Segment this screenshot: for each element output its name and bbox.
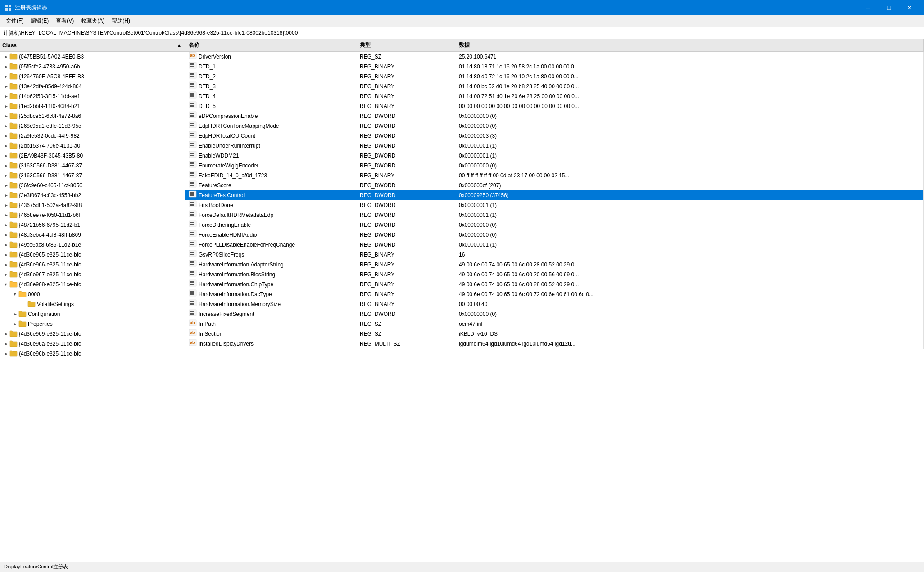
menu-help[interactable]: 帮助(H) xyxy=(108,16,134,26)
value-row[interactable]: ForceDitheringEnableREG_DWORD0x00000000 … xyxy=(185,220,924,230)
value-row[interactable]: EdpHDRTotalOUICountREG_DWORD0x00000003 (… xyxy=(185,131,924,141)
value-row[interactable]: HardwareInformation.DacTypeREG_BINARY49 … xyxy=(185,289,924,299)
tree-item[interactable]: ▶ {268c95a1-edfe-11d3-95c xyxy=(0,121,185,131)
tree-expand-icon[interactable]: ▶ xyxy=(2,151,9,161)
tree-item[interactable]: ▶ {4658ee7e-f050-11d1-b6l xyxy=(0,210,185,220)
tree-item[interactable]: ▶ {2db15374-706e-4131-a0 xyxy=(0,141,185,151)
tree-expand-icon[interactable]: ▶ xyxy=(2,250,9,260)
tree-item[interactable]: ▶ {14b62f50-3f15-11dd-ae1 xyxy=(0,91,185,101)
tree-expand-icon[interactable]: ▶ xyxy=(2,72,9,81)
value-row[interactable]: eDPCompressionEnableREG_DWORD0x00000000 … xyxy=(185,111,924,121)
tree-expand-icon[interactable]: ▶ xyxy=(2,190,9,200)
menu-favorites[interactable]: 收藏夹(A) xyxy=(77,16,108,26)
value-row[interactable]: DTD_3REG_BINARY01 1d 00 bc 52 d0 1e 20 b… xyxy=(185,81,924,91)
tree-item[interactable]: ▶ {48721b56-6795-11d2-b1 xyxy=(0,220,185,230)
tree-body[interactable]: ▶ {0475BB51-5A02-4EE0-B3▶ {05f5cfe2-4733… xyxy=(0,52,185,562)
tree-item[interactable]: ▶ {3163C566-D381-4467-87 xyxy=(0,171,185,180)
tree-expand-icon[interactable]: ▶ xyxy=(2,161,9,171)
menu-file[interactable]: 文件(F) xyxy=(2,16,27,26)
tree-expand-icon[interactable]: ▶ xyxy=(2,349,9,359)
menu-view[interactable]: 查看(V) xyxy=(52,16,77,26)
tree-expand-icon[interactable]: ▶ xyxy=(2,141,9,151)
value-row[interactable]: ab InstalledDisplayDriversREG_MULTI_SZig… xyxy=(185,339,924,349)
tree-item[interactable]: ▶ {1ed2bbf9-11f0-4084-b21 xyxy=(0,101,185,111)
tree-item[interactable]: ▶ {4d36e96a-e325-11ce-bfc xyxy=(0,339,185,349)
tree-item[interactable]: ▶ {4d36e965-e325-11ce-bfc xyxy=(0,250,185,260)
tree-expand-icon[interactable]: ▶ xyxy=(2,91,9,101)
maximize-button[interactable]: □ xyxy=(879,0,899,15)
tree-expand-icon[interactable]: ▶ xyxy=(2,131,9,141)
tree-expand-icon[interactable]: ▶ xyxy=(11,319,18,329)
value-row[interactable]: ForceEnableHDMIAudioREG_DWORD0x00000000 … xyxy=(185,230,924,240)
tree-item[interactable]: ▼ {4d36e968-e325-11ce-bfc xyxy=(0,279,185,289)
value-row[interactable]: FirstBootDoneREG_DWORD0x00000001 (1) xyxy=(185,200,924,210)
tree-expand-icon[interactable]: ▶ xyxy=(2,240,9,250)
close-button[interactable]: ✕ xyxy=(899,0,920,15)
tree-expand-icon[interactable]: ▶ xyxy=(2,200,9,210)
col-header-data[interactable]: 数据 xyxy=(455,39,924,51)
col-header-type[interactable]: 类型 xyxy=(356,39,455,51)
value-row[interactable]: FeatureTestControlREG_DWORD0x00009250 (3… xyxy=(185,190,924,200)
value-row[interactable]: HardwareInformation.BiosStringREG_BINARY… xyxy=(185,270,924,279)
tree-item[interactable]: ▶ {3e3f0674-c83c-4558-bb2 xyxy=(0,190,185,200)
tree-item[interactable]: ▶ {05f5cfe2-4733-4950-a6b xyxy=(0,62,185,72)
tree-item[interactable]: ▶ {43675d81-502a-4a82-9f8 xyxy=(0,200,185,210)
tree-item[interactable]: ▶ Configuration xyxy=(0,309,185,319)
value-row[interactable]: ab DriverVersionREG_SZ25.20.100.6471 xyxy=(185,52,924,62)
values-body[interactable]: ab DriverVersionREG_SZ25.20.100.6471 DTD… xyxy=(185,52,924,562)
tree-expand-icon[interactable]: ▶ xyxy=(2,81,9,91)
tree-expand-icon[interactable]: ▶ xyxy=(2,101,9,111)
tree-expand-icon[interactable]: ▶ xyxy=(2,260,9,270)
value-row[interactable]: ab InfSectionREG_SZiKBLD_w10_DS xyxy=(185,329,924,339)
tree-expand-icon[interactable]: ▶ xyxy=(2,171,9,180)
tree-sort-button[interactable]: ▲ xyxy=(176,42,183,49)
minimize-button[interactable]: ─ xyxy=(858,0,879,15)
tree-expand-icon[interactable]: ▶ xyxy=(11,309,18,319)
tree-expand-icon[interactable]: ▶ xyxy=(2,52,9,62)
value-row[interactable]: DTD_2REG_BINARY01 1d 80 d0 72 1c 16 20 1… xyxy=(185,72,924,81)
value-row[interactable]: HardwareInformation.MemorySizeREG_BINARY… xyxy=(185,299,924,309)
value-row[interactable]: EdpHDRTConToneMappingModeREG_DWORD0x0000… xyxy=(185,121,924,131)
tree-item[interactable]: ▶ {49ce6ac8-6f86-11d2-b1e xyxy=(0,240,185,250)
tree-item[interactable]: ▶ {2EA9B43F-3045-43B5-80 xyxy=(0,151,185,161)
tree-expand-icon[interactable]: ▶ xyxy=(2,339,9,349)
value-row[interactable]: FakeEDID_14_0_af0d_1723REG_BINARY00 ff f… xyxy=(185,171,924,180)
col-header-name[interactable]: 名称 xyxy=(185,39,356,51)
tree-item[interactable]: ▶ {25dbce51-6c8f-4a72-8a6 xyxy=(0,111,185,121)
value-row[interactable]: DTD_4REG_BINARY01 1d 00 72 51 d0 1e 20 6… xyxy=(185,91,924,101)
tree-item[interactable]: ▶ {4d36e969-e325-11ce-bfc xyxy=(0,329,185,339)
value-row[interactable]: EnableWDDM21REG_DWORD0x00000001 (1) xyxy=(185,151,924,161)
tree-item[interactable]: ▶ {4d36e96b-e325-11ce-bfc xyxy=(0,349,185,359)
tree-expand-icon[interactable]: ▶ xyxy=(2,210,9,220)
tree-expand-icon[interactable]: ▼ xyxy=(2,279,9,289)
tree-expand-icon[interactable] xyxy=(20,299,27,309)
tree-item[interactable]: ▶ {13e42dfa-85d9-424d-864 xyxy=(0,81,185,91)
tree-item[interactable]: ▶ {2a9fe532-0cdc-44f9-982 xyxy=(0,131,185,141)
value-row[interactable]: EnableUnderRunInterruptREG_DWORD0x000000… xyxy=(185,141,924,151)
tree-item[interactable]: ▶ {48d3ebc4-4cf8-48ff-b869 xyxy=(0,230,185,240)
tree-expand-icon[interactable]: ▶ xyxy=(2,329,9,339)
tree-item[interactable]: ▶ {4d36e967-e325-11ce-bfc xyxy=(0,270,185,279)
tree-item[interactable]: ▶ {36fc9e60-c465-11cf-8056 xyxy=(0,180,185,190)
tree-expand-icon[interactable]: ▼ xyxy=(11,289,18,299)
tree-expand-icon[interactable]: ▶ xyxy=(2,62,9,72)
tree-expand-icon[interactable]: ▶ xyxy=(2,111,9,121)
tree-item[interactable]: ▼ 0000 xyxy=(0,289,185,299)
value-row[interactable]: ab InfPathREG_SZoem47.inf xyxy=(185,319,924,329)
tree-item[interactable]: ▶ {0475BB51-5A02-4EE0-B3 xyxy=(0,52,185,62)
tree-expand-icon[interactable]: ▶ xyxy=(2,230,9,240)
value-row[interactable]: HardwareInformation.AdapterStringREG_BIN… xyxy=(185,260,924,270)
value-row[interactable]: FeatureScoreREG_DWORD0x000000cf (207) xyxy=(185,180,924,190)
value-row[interactable]: DTD_1REG_BINARY01 1d 80 18 71 1c 16 20 5… xyxy=(185,62,924,72)
tree-item[interactable]: ▶ {1264760F-A5C8-4BFE-B3 xyxy=(0,72,185,81)
tree-expand-icon[interactable]: ▶ xyxy=(2,270,9,279)
tree-expand-icon[interactable]: ▶ xyxy=(2,180,9,190)
value-row[interactable]: IncreaseFixedSegmentREG_DWORD0x00000000 … xyxy=(185,309,924,319)
value-row[interactable]: DTD_5REG_BINARY00 00 00 00 00 00 00 00 0… xyxy=(185,101,924,111)
tree-item[interactable]: ▶ {3163C566-D381-4467-87 xyxy=(0,161,185,171)
tree-item[interactable]: VolatileSettings xyxy=(0,299,185,309)
tree-expand-icon[interactable]: ▶ xyxy=(2,220,9,230)
value-row[interactable]: HardwareInformation.ChipTypeREG_BINARY49… xyxy=(185,279,924,289)
menu-edit[interactable]: 编辑(E) xyxy=(27,16,52,26)
tree-expand-icon[interactable]: ▶ xyxy=(2,121,9,131)
